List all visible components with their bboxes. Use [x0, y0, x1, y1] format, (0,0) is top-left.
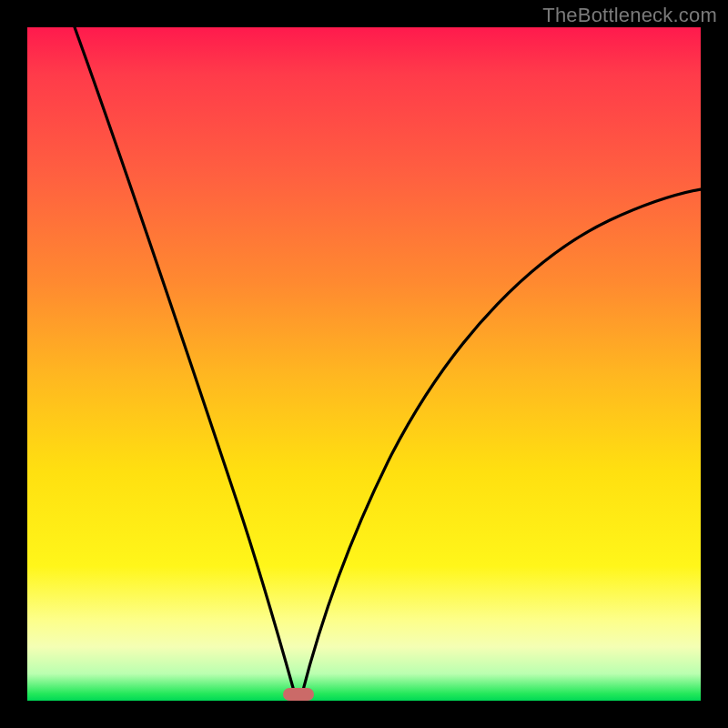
- minimum-marker: [283, 688, 314, 701]
- bottleneck-curve: [27, 27, 701, 701]
- curve-left-branch: [75, 27, 297, 701]
- watermark-text: TheBottleneck.com: [542, 4, 717, 27]
- plot-area: [27, 27, 701, 701]
- curve-right-branch: [300, 189, 701, 701]
- chart-frame: TheBottleneck.com: [0, 0, 728, 728]
